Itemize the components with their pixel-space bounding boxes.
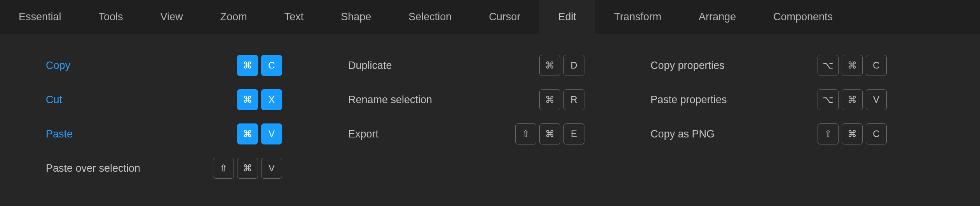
letter-key-label: X (269, 95, 275, 104)
shortcut-row-duplicate[interactable]: Duplicate⌘D (348, 48, 584, 83)
shortcut-keys: ⇧⌘E (515, 123, 584, 144)
shortcut-keys: ⌘C (237, 55, 282, 76)
tab-label: Essential (19, 11, 61, 23)
cmd-glyph-icon: ⌘ (545, 129, 555, 139)
shortcut-row-cut[interactable]: Cut⌘X (46, 83, 282, 117)
letter-key-label: E (571, 129, 577, 139)
cmd-key-icon: ⌘ (237, 89, 258, 110)
tab-selection[interactable]: Selection (390, 0, 470, 34)
tab-cursor[interactable]: Cursor (470, 0, 539, 34)
tab-shape[interactable]: Shape (322, 0, 390, 34)
shortcut-panel: Copy⌘CCut⌘XPaste⌘VPaste over selection⇧⌘… (0, 34, 980, 185)
tab-label: Transform (614, 11, 661, 23)
letter-key: R (563, 89, 584, 110)
cmd-glyph-icon: ⌘ (243, 61, 252, 70)
tab-zoom[interactable]: Zoom (202, 0, 266, 34)
letter-key: V (261, 123, 282, 144)
cmd-key-icon: ⌘ (237, 158, 258, 179)
letter-key-label: C (873, 61, 879, 70)
shift-key-icon: ⇧ (818, 123, 839, 144)
shortcut-row-paste-over-selection[interactable]: Paste over selection⇧⌘V (46, 151, 282, 185)
shortcut-row-copy[interactable]: Copy⌘C (46, 48, 282, 83)
letter-key: C (866, 55, 887, 76)
shortcut-keys: ⌥⌘C (818, 55, 887, 76)
shortcut-keys: ⌘D (539, 55, 584, 76)
cmd-key-icon: ⌘ (842, 123, 863, 144)
shift-glyph-icon: ⇧ (522, 129, 530, 139)
letter-key-label: C (268, 61, 275, 70)
tab-components[interactable]: Components (755, 0, 851, 34)
shortcut-row-copy-as-png[interactable]: Copy as PNG⇧⌘C (650, 117, 887, 151)
cmd-glyph-icon: ⌘ (545, 95, 555, 104)
tab-label: Edit (558, 11, 576, 23)
tab-text[interactable]: Text (266, 0, 323, 34)
cmd-glyph-icon: ⌘ (243, 129, 252, 139)
tab-label: View (160, 11, 183, 23)
cmd-glyph-icon: ⌘ (847, 61, 857, 70)
tab-transform[interactable]: Transform (595, 0, 680, 34)
shortcut-keys: ⌥⌘V (818, 89, 887, 110)
tab-essential[interactable]: Essential (0, 0, 80, 34)
letter-key: C (866, 123, 887, 144)
shift-glyph-icon: ⇧ (220, 164, 227, 173)
letter-key: E (563, 123, 584, 144)
shortcut-row-copy-properties[interactable]: Copy properties⌥⌘C (650, 48, 887, 83)
cmd-glyph-icon: ⌘ (243, 95, 252, 104)
tab-label: Selection (408, 11, 452, 23)
cmd-glyph-icon: ⌘ (847, 129, 857, 139)
shortcut-row-rename-selection[interactable]: Rename selection⌘R (348, 83, 584, 117)
tab-view[interactable]: View (142, 0, 202, 34)
letter-key-label: R (570, 95, 577, 104)
tab-label: Text (284, 11, 304, 23)
option-glyph-icon: ⌥ (823, 95, 834, 104)
shortcut-keys: ⌘X (237, 89, 282, 110)
cmd-key-icon: ⌘ (539, 55, 560, 76)
shift-key-icon: ⇧ (213, 158, 234, 179)
shortcut-row-paste-properties[interactable]: Paste properties⌥⌘V (650, 83, 887, 117)
shortcut-keys: ⌘V (237, 123, 282, 144)
shift-key-icon: ⇧ (515, 123, 536, 144)
shift-glyph-icon: ⇧ (824, 129, 832, 139)
cmd-key-icon: ⌘ (539, 123, 560, 144)
letter-key: V (261, 158, 282, 179)
option-key-icon: ⌥ (818, 55, 839, 76)
shortcut-label: Paste properties (650, 94, 727, 106)
shortcut-label: Copy as PNG (650, 128, 715, 140)
option-glyph-icon: ⌥ (823, 61, 834, 70)
option-key-icon: ⌥ (818, 89, 839, 110)
cmd-glyph-icon: ⌘ (847, 95, 857, 104)
shortcut-keys: ⇧⌘C (818, 123, 887, 144)
shortcut-label: Export (348, 128, 378, 140)
shortcut-column: Copy⌘CCut⌘XPaste⌘VPaste over selection⇧⌘… (0, 48, 302, 185)
tab-label: Cursor (489, 11, 520, 23)
tab-label: Components (773, 11, 833, 23)
letter-key-label: V (269, 164, 275, 173)
shortcut-row-paste[interactable]: Paste⌘V (46, 117, 282, 151)
letter-key-label: D (570, 61, 577, 70)
shortcut-label: Cut (46, 94, 62, 106)
shortcut-label: Copy properties (650, 60, 725, 72)
letter-key: C (261, 55, 282, 76)
letter-key-label: C (873, 129, 879, 139)
tab-label: Tools (99, 11, 123, 23)
shortcut-row-export[interactable]: Export⇧⌘E (348, 117, 584, 151)
tab-edit[interactable]: Edit (539, 0, 595, 34)
cmd-key-icon: ⌘ (842, 89, 863, 110)
shortcut-column: Copy properties⌥⌘CPaste properties⌥⌘VCop… (605, 48, 907, 185)
tab-label: Zoom (220, 11, 247, 23)
cmd-key-icon: ⌘ (842, 55, 863, 76)
tab-tools[interactable]: Tools (80, 0, 142, 34)
shortcut-label: Paste over selection (46, 162, 140, 174)
shortcut-label: Paste (46, 128, 73, 140)
tab-arrange[interactable]: Arrange (680, 0, 755, 34)
tab-label: Arrange (699, 11, 736, 23)
shortcut-keys: ⌘R (539, 89, 584, 110)
shortcut-keys: ⇧⌘V (213, 158, 282, 179)
shortcut-column: Duplicate⌘DRename selection⌘RExport⇧⌘E (302, 48, 605, 185)
tab-label: Shape (341, 11, 371, 23)
letter-key: D (563, 55, 584, 76)
shortcut-label: Duplicate (348, 60, 392, 72)
cmd-glyph-icon: ⌘ (243, 164, 252, 173)
cmd-glyph-icon: ⌘ (545, 61, 555, 70)
letter-key-label: V (269, 129, 275, 139)
